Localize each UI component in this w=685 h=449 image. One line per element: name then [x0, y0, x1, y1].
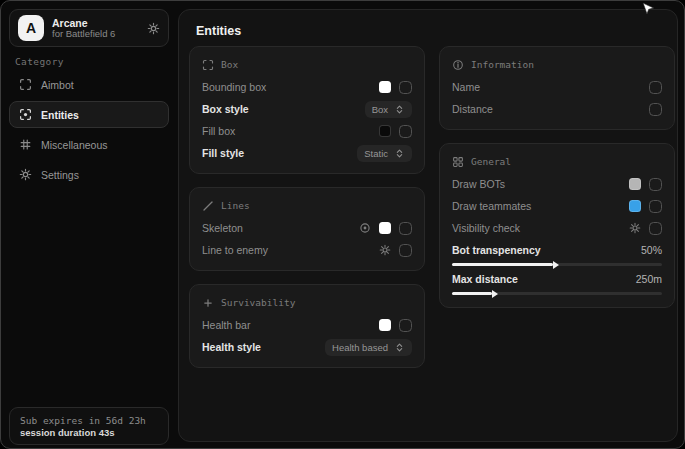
- setting-row: Draw BOTs: [452, 173, 662, 195]
- checkbox-bounding-box[interactable]: [399, 81, 412, 94]
- checkbox-health-bar[interactable]: [399, 319, 412, 332]
- app-window: A Arcane for Battlefield 6 Category Aimb…: [0, 0, 685, 449]
- aimbot-icon: [19, 78, 32, 91]
- card-information: Information Name Distance: [439, 46, 675, 130]
- checkbox-name[interactable]: [649, 81, 662, 94]
- setting-label: Visibility check: [452, 222, 520, 234]
- card-title: General: [471, 156, 511, 167]
- color-swatch[interactable]: [379, 319, 391, 331]
- card-title: Survivability: [221, 297, 295, 308]
- color-swatch[interactable]: [379, 222, 391, 234]
- color-swatch[interactable]: [379, 81, 391, 93]
- settings-gear-icon[interactable]: [147, 22, 160, 35]
- setting-row: Fill box: [202, 120, 412, 142]
- slider-value: 50%: [641, 244, 662, 256]
- setting-row: Bounding box: [202, 76, 412, 98]
- chevrons-up-down-icon: [394, 104, 405, 115]
- setting-row: Health bar: [202, 314, 412, 336]
- main-panel: Entities Box Bounding box Box style Box …: [178, 9, 678, 442]
- sidebar-item-label: Miscellaneous: [41, 139, 108, 151]
- setting-label: Draw BOTs: [452, 178, 505, 190]
- dropdown-box-style[interactable]: Box: [365, 101, 412, 118]
- dropdown-value: Box: [372, 104, 388, 115]
- box-icon: [202, 59, 214, 71]
- gear-icon[interactable]: [629, 222, 641, 234]
- category-label: Category: [15, 56, 64, 67]
- slider-label: Max distance: [452, 273, 518, 285]
- slider-value: 250m: [636, 273, 662, 285]
- card-header: Lines: [202, 197, 412, 214]
- setting-row: Draw teammates: [452, 195, 662, 217]
- survivability-icon: [202, 297, 214, 309]
- checkbox-line-to-enemy[interactable]: [399, 244, 412, 257]
- configure-icon[interactable]: [359, 222, 371, 234]
- color-swatch[interactable]: [379, 125, 391, 137]
- dropdown-health-style[interactable]: Health based: [325, 339, 412, 356]
- card-survivability: Survivability Health bar Health style He…: [189, 284, 425, 368]
- setting-row: Line to enemy: [202, 239, 412, 261]
- setting-label: Fill style: [202, 147, 244, 159]
- slider-label: Bot transpenency: [452, 244, 541, 256]
- logo-card: A Arcane for Battlefield 6: [9, 9, 169, 47]
- setting-row: Distance: [452, 98, 662, 120]
- settings-icon: [19, 168, 32, 181]
- sidebar-nav: AimbotEntitiesMiscellaneousSettings: [9, 71, 169, 188]
- setting-row: Visibility check: [452, 217, 662, 239]
- slider-track[interactable]: [452, 263, 662, 266]
- sidebar-item-entities[interactable]: Entities: [9, 101, 169, 128]
- setting-label: Bounding box: [202, 81, 266, 93]
- setting-label: Box style: [202, 103, 249, 115]
- chevrons-up-down-icon: [394, 148, 405, 159]
- setting-label: Distance: [452, 103, 493, 115]
- card-title: Box: [221, 59, 238, 70]
- card-title: Lines: [221, 200, 250, 211]
- color-swatch[interactable]: [629, 200, 641, 212]
- card-header: General: [452, 153, 662, 170]
- slider-row: Bot transpenency 50%: [452, 240, 662, 266]
- setting-label: Skeleton: [202, 222, 243, 234]
- slider-handle[interactable]: [492, 290, 498, 298]
- left-column: Box Bounding box Box style Box Fill box …: [189, 46, 425, 368]
- sidebar-item-miscellaneous[interactable]: Miscellaneous: [9, 131, 169, 158]
- card-lines: Lines Skeleton Line to enemy: [189, 187, 425, 271]
- dropdown-value: Static: [364, 148, 388, 159]
- app-logo: A: [18, 15, 44, 41]
- color-swatch[interactable]: [629, 178, 641, 190]
- app-subtitle: for Battlefield 6: [52, 29, 139, 40]
- app-name: Arcane: [52, 17, 139, 29]
- setting-label: Fill box: [202, 125, 235, 137]
- sidebar-item-aimbot[interactable]: Aimbot: [9, 71, 169, 98]
- card-header: Box: [202, 56, 412, 73]
- session-duration-text: session duration 43s: [20, 427, 158, 438]
- card-title: Information: [471, 59, 534, 70]
- lines-icon: [202, 200, 214, 212]
- dropdown-fill-style[interactable]: Static: [357, 145, 412, 162]
- slider-track[interactable]: [452, 292, 662, 295]
- checkbox-draw-teammates[interactable]: [649, 200, 662, 213]
- dropdown-value: Health based: [332, 342, 388, 353]
- gear-icon[interactable]: [379, 244, 391, 256]
- setting-row: Name: [452, 76, 662, 98]
- checkbox-fill-box[interactable]: [399, 125, 412, 138]
- checkbox-visibility-check[interactable]: [649, 222, 662, 235]
- page-title: Entities: [196, 24, 241, 38]
- sidebar-item-label: Settings: [41, 169, 79, 181]
- sidebar-item-settings[interactable]: Settings: [9, 161, 169, 188]
- slider-row: Max distance 250m: [452, 269, 662, 295]
- setting-label: Draw teammates: [452, 200, 531, 212]
- subscription-card: Sub expires in 56d 23h session duration …: [9, 407, 169, 445]
- checkbox-draw-bots[interactable]: [649, 178, 662, 191]
- checkbox-skeleton[interactable]: [399, 222, 412, 235]
- card-header: Information: [452, 56, 662, 73]
- setting-row: Skeleton: [202, 217, 412, 239]
- setting-label: Name: [452, 81, 480, 93]
- slider-handle[interactable]: [553, 261, 559, 269]
- setting-label: Line to enemy: [202, 244, 268, 256]
- setting-label: Health style: [202, 341, 261, 353]
- card-general: General Draw BOTs Draw teammates Visibil…: [439, 143, 675, 308]
- right-column: Information Name Distance General Draw B…: [439, 46, 675, 308]
- setting-row: Fill style Static: [202, 142, 412, 164]
- sidebar-item-label: Entities: [41, 109, 79, 121]
- general-icon: [452, 156, 464, 168]
- checkbox-distance[interactable]: [649, 103, 662, 116]
